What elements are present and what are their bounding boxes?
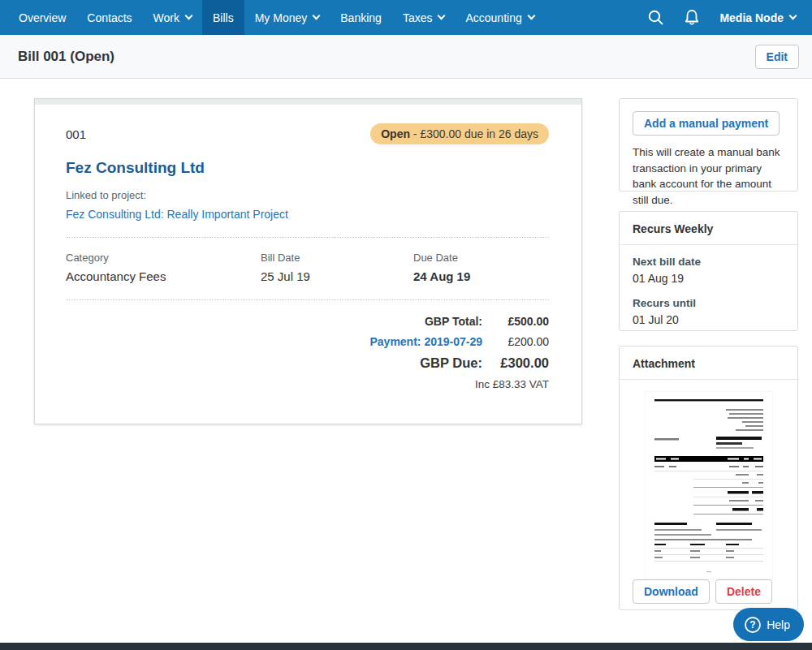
add-manual-payment-button[interactable]: Add a manual payment [633, 111, 780, 136]
due-date-label: Due Date [413, 252, 549, 264]
totals-block: GBP Total: £500.00 Payment: 2019-07-29 £… [66, 315, 549, 390]
chevron-down-icon [527, 12, 535, 20]
bill-reference-row: 001 Open - £300.00 due in 26 days [66, 123, 549, 144]
status-badge-detail: - £300.00 due in 26 days [410, 127, 538, 140]
next-bill-date-value: 01 Aug 19 [633, 272, 784, 285]
vat-row: Inc £83.33 VAT [66, 378, 549, 390]
recurs-box: Recurs Weekly Next bill date 01 Aug 19 R… [619, 211, 798, 331]
next-bill-date-label: Next bill date [633, 256, 784, 268]
recurs-until-group: Recurs until 01 Jul 20 [633, 297, 784, 326]
gbp-total-label: GBP Total: [425, 315, 482, 328]
nav-item-banking[interactable]: Banking [330, 0, 392, 35]
bill-date-label: Bill Date [261, 252, 413, 264]
nav-item-label: Work [153, 11, 179, 24]
inc-vat-value: Inc £83.33 VAT [475, 378, 549, 390]
attachment-buttons: Download Delete [633, 579, 784, 604]
next-bill-date-group: Next bill date 01 Aug 19 [633, 256, 784, 285]
due-date-value: 24 Aug 19 [413, 269, 549, 283]
search-icon[interactable] [647, 9, 664, 26]
gbp-due-label: GBP Due: [420, 355, 482, 371]
nav-item-overview[interactable]: Overview [8, 0, 76, 35]
card-top-strip [35, 99, 581, 105]
attachment-box-title: Attachment [620, 347, 797, 380]
due-date-column: Due Date 24 Aug 19 [413, 252, 549, 283]
chevron-down-icon [313, 12, 321, 20]
account-name: Media Node [719, 11, 784, 24]
nav-item-label: Taxes [403, 11, 433, 24]
gbp-due-value: £300.00 [482, 355, 549, 371]
nav-item-bills[interactable]: Bills [202, 0, 244, 35]
nav-right-group: Media Node [647, 0, 812, 35]
bill-card: 001 Open - £300.00 due in 26 days Fez Co… [34, 98, 582, 424]
bill-reference: 001 [66, 127, 86, 141]
manual-payment-description: This will create a manual bank transacti… [633, 144, 784, 208]
linked-project-link[interactable]: Fez Consulting Ltd: Really Important Pro… [66, 208, 549, 221]
recurs-until-value: 01 Jul 20 [633, 313, 784, 326]
download-button[interactable]: Download [633, 579, 710, 604]
nav-item-label: Accounting [465, 11, 521, 24]
page-title: Bill 001 (Open) [18, 49, 114, 65]
category-label: Category [66, 252, 261, 264]
divider [66, 299, 549, 300]
sidebar: Add a manual payment This will create a … [619, 98, 798, 610]
delete-button[interactable]: Delete [715, 579, 772, 604]
gbp-total-value: £500.00 [482, 315, 549, 328]
attachment-box: Attachment [619, 346, 798, 610]
chevron-down-icon [789, 12, 797, 20]
nav-item-my-money[interactable]: My Money [244, 0, 330, 35]
status-badge-status: Open [381, 127, 410, 140]
payment-link[interactable]: Payment: 2019-07-29 [369, 335, 482, 348]
category-column: Category Accountancy Fees [66, 252, 261, 283]
payment-row: Payment: 2019-07-29 £200.00 [66, 335, 549, 348]
recurs-box-title: Recurs Weekly [620, 212, 797, 245]
category-value: Accountancy Fees [66, 269, 261, 283]
question-mark-icon: ? [744, 616, 762, 634]
account-menu[interactable]: Media Node [719, 11, 796, 24]
notifications-bell-icon[interactable] [684, 9, 700, 26]
contact-name-link[interactable]: Fez Consulting Ltd [66, 159, 549, 177]
top-nav: Overview Contacts Work Bills My Money Ba… [0, 0, 812, 35]
payment-value: £200.00 [482, 335, 549, 348]
recurs-until-label: Recurs until [633, 297, 784, 309]
due-row: GBP Due: £300.00 [66, 355, 549, 371]
content-area: 001 Open - £300.00 due in 26 days Fez Co… [0, 79, 812, 643]
chevron-down-icon [185, 12, 193, 20]
bill-date-column: Bill Date 25 Jul 19 [261, 252, 413, 283]
divider [66, 237, 549, 238]
nav-item-taxes[interactable]: Taxes [392, 0, 456, 35]
nav-item-label: Overview [19, 11, 66, 24]
bill-detail-columns: Category Accountancy Fees Bill Date 25 J… [66, 252, 549, 283]
nav-item-work[interactable]: Work [143, 0, 202, 35]
linked-project-label: Linked to project: [66, 189, 549, 201]
bill-date-value: 25 Jul 19 [261, 269, 413, 283]
svg-text:?: ? [750, 619, 756, 631]
manual-payment-box: Add a manual payment This will create a … [619, 98, 798, 192]
help-button[interactable]: ? Help [733, 608, 804, 641]
total-row: GBP Total: £500.00 [66, 315, 549, 328]
page-header: Bill 001 (Open) Edit [0, 35, 812, 79]
help-label: Help [767, 618, 790, 631]
chevron-down-icon [438, 12, 446, 20]
attachment-thumbnail[interactable] [645, 391, 773, 579]
recurs-box-body: Next bill date 01 Aug 19 Recurs until 01… [620, 245, 797, 337]
nav-item-label: My Money [255, 11, 308, 24]
footer-bar [0, 643, 812, 650]
nav-item-label: Banking [340, 11, 382, 24]
nav-item-label: Bills [213, 11, 234, 24]
nav-item-contacts[interactable]: Contacts [76, 0, 142, 35]
edit-button[interactable]: Edit [755, 45, 799, 69]
nav-item-accounting[interactable]: Accounting [455, 0, 544, 35]
nav-item-label: Contacts [87, 11, 132, 24]
attachment-box-body: Download Delete [620, 380, 797, 615]
status-badge: Open - £300.00 due in 26 days [370, 123, 549, 144]
